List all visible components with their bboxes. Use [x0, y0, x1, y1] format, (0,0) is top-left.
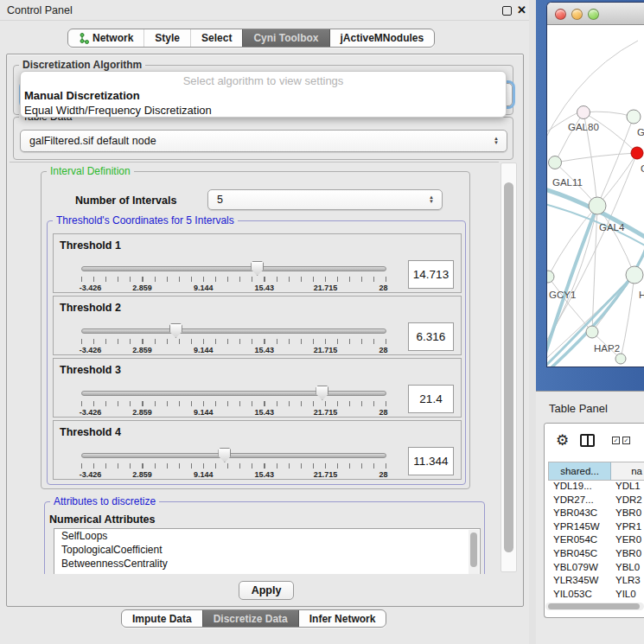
node-gal4[interactable]: [589, 197, 606, 214]
node-selected-red[interactable]: [631, 147, 643, 159]
tab-style[interactable]: Style: [143, 29, 190, 47]
zoom-traffic-light-icon[interactable]: [588, 9, 599, 20]
algorithm-option-placeholder[interactable]: Select algorithm to view settings: [21, 73, 506, 88]
node-label: GAL4: [599, 222, 625, 233]
column-header-shared[interactable]: shared...: [549, 462, 611, 480]
table-row[interactable]: YPR145WYPR1: [548, 521, 644, 535]
columns-icon[interactable]: [580, 434, 595, 447]
node-label: H: [639, 290, 644, 300]
combo-stepper-icon: ▲▼: [489, 137, 503, 145]
table-data-combobox[interactable]: galFiltered.sif default node ▲▼: [20, 130, 507, 152]
threshold-3-panel: Threshold 3 -3.426 2.859 9.144 15.43 21.…: [53, 358, 462, 418]
network-graph: GAL80 G GAL11 GAL4 GCY1 H HAP2 C: [547, 25, 644, 367]
tab-infer-network[interactable]: Infer Network: [299, 610, 386, 627]
slider-thumb-icon[interactable]: [169, 323, 182, 338]
node-gcy1[interactable]: [547, 271, 554, 283]
table-row[interactable]: YBL079WYBL0: [548, 562, 644, 576]
node-label: GAL80: [568, 122, 599, 132]
threshold-1-value-field[interactable]: 14.713: [408, 260, 454, 289]
table-row[interactable]: YDR27...YDR2: [548, 494, 644, 508]
control-panel: Control Panel ✕ Network Style Select Cyn…: [0, 0, 529, 644]
interval-definition-label: Interval Definition: [47, 165, 134, 177]
number-of-intervals-combobox[interactable]: 5 ▲▼: [207, 189, 443, 210]
node-top-right[interactable]: [627, 110, 641, 124]
table-row[interactable]: YER054CYER0: [548, 534, 644, 548]
node-gal80[interactable]: [577, 106, 590, 119]
node-label: HAP2: [594, 343, 620, 354]
algorithm-option-equal-width[interactable]: Equal Width/Frequency Discretization: [21, 103, 506, 118]
checkbox-icon[interactable]: ✓: [622, 437, 630, 444]
cyni-toolbox-content: Discretization Algorithm ▲▼ Select algor…: [6, 54, 524, 607]
threshold-2-panel: Threshold 2 -3.426 2.859 9.144 15.43 21.…: [53, 296, 462, 355]
slider-thumb-icon[interactable]: [316, 386, 328, 400]
panel-title: Control Panel: [7, 4, 73, 16]
threshold-coordinates-group: Threshold's Coordinates for 5 Intervals …: [47, 220, 466, 485]
threshold-3-value-field[interactable]: 21.4: [408, 385, 454, 413]
table-row[interactable]: YIL053CYIL0: [548, 589, 644, 603]
numerical-attributes-list: SelfLoops TopologicalCoefficient Between…: [54, 528, 481, 574]
table-horizontal-scrollbar[interactable]: [545, 603, 644, 610]
network-icon: [79, 33, 89, 44]
apply-button[interactable]: Apply: [239, 581, 294, 600]
control-panel-tabs: Network Style Select Cyni Toolbox jActiv…: [67, 29, 435, 48]
discretization-algorithm-label: Discretization Algorithm: [19, 59, 145, 71]
slider-thumb-icon[interactable]: [218, 448, 231, 462]
table-toolbar: ⚙ ✓ ✓: [545, 424, 644, 460]
list-item[interactable]: BetweennessCentrality: [54, 557, 480, 571]
close-icon[interactable]: ✕: [517, 3, 526, 16]
tab-jactivemnodules[interactable]: jActiveMNodules: [330, 29, 435, 47]
node-label: G: [637, 127, 644, 137]
table-header-row: shared... na: [548, 462, 644, 481]
interval-definition-group: Interval Definition Number of Intervals …: [41, 171, 470, 489]
column-header-name[interactable]: na: [611, 462, 644, 480]
algorithm-dropdown: Select algorithm to view settings Manual…: [20, 71, 507, 118]
network-canvas[interactable]: GAL80 G GAL11 GAL4 GCY1 H HAP2 C: [547, 25, 644, 367]
attributes-group-label: Attributes to discretize: [50, 495, 159, 507]
gear-icon[interactable]: ⚙: [556, 431, 569, 450]
settings-scrollbar[interactable]: [501, 163, 517, 572]
close-traffic-light-icon[interactable]: [555, 9, 566, 20]
attributes-group: Attributes to discretize Numerical Attri…: [44, 501, 485, 574]
node-right[interactable]: [626, 266, 643, 284]
tab-select[interactable]: Select: [190, 29, 242, 47]
node-label: GAL11: [552, 177, 583, 188]
table-row[interactable]: YDL19...YDL1: [548, 481, 644, 494]
tab-network-label: Network: [92, 32, 133, 44]
float-window-icon[interactable]: [502, 6, 512, 16]
minimize-traffic-light-icon[interactable]: [571, 9, 583, 20]
threshold-2-value-field[interactable]: 6.316: [408, 322, 454, 351]
checkbox-icon[interactable]: ✓: [612, 437, 620, 444]
combo-stepper-icon: ▲▼: [424, 195, 438, 204]
numerical-attributes-label: Numerical Attributes: [49, 513, 155, 526]
table-data-group: Table Data galFiltered.sif default node …: [13, 117, 513, 160]
network-window-titlebar[interactable]: [547, 3, 644, 25]
table-panel-title: Table Panel: [549, 402, 608, 415]
table-row[interactable]: YLR345WYLR3: [548, 575, 644, 589]
threshold-1-panel: Threshold 1 -3.426 2.859 9.144 15.43 21.…: [53, 233, 462, 293]
threshold-4-value-field[interactable]: 11.344: [408, 447, 454, 475]
table-panel-frame: ⚙ ✓ ✓ shared... na YDL19...YDL1 YDR27...…: [544, 423, 644, 618]
list-item[interactable]: TopologicalCoefficient: [54, 543, 480, 557]
tab-cyni-toolbox[interactable]: Cyni Toolbox: [242, 29, 329, 47]
table-panel: Table Panel ⚙ ✓ ✓ shared... na YDL19...Y…: [536, 391, 644, 644]
number-of-intervals-value: 5: [208, 194, 424, 206]
list-scrollbar[interactable]: [469, 530, 479, 574]
table-row[interactable]: YBR045CYBR0: [548, 548, 644, 562]
node-gal11[interactable]: [549, 156, 562, 169]
network-desktop: GAL80 G GAL11 GAL4 GCY1 H HAP2 C: [536, 0, 644, 391]
number-of-intervals-label: Number of Intervals: [75, 194, 176, 207]
threshold-4-panel: Threshold 4 -3.426 2.859 9.144 15.43 21.…: [53, 420, 462, 480]
list-item[interactable]: SelfLoops: [54, 529, 480, 543]
tab-network[interactable]: Network: [68, 29, 143, 47]
tab-discretize-data[interactable]: Discretize Data: [202, 610, 299, 627]
tab-impute-data[interactable]: Impute Data: [122, 610, 202, 627]
node-label: C: [641, 163, 644, 174]
node-hap2[interactable]: [586, 326, 598, 338]
node-table: shared... na YDL19...YDL1 YDR27...YDR2 Y…: [548, 462, 644, 609]
network-view-window: GAL80 G GAL11 GAL4 GCY1 H HAP2 C: [546, 2, 644, 367]
slider-thumb-icon[interactable]: [251, 261, 264, 276]
node-bottom[interactable]: [615, 354, 626, 364]
control-panel-titlebar: Control Panel ✕: [0, 0, 529, 21]
algorithm-option-manual[interactable]: Manual Discretization: [21, 88, 506, 103]
table-row[interactable]: YBR043CYBR0: [548, 507, 644, 521]
